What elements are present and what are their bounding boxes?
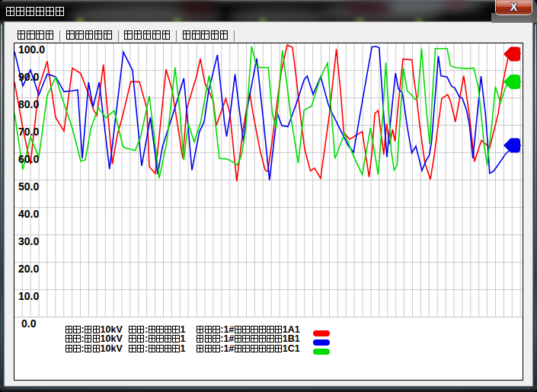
svg-text:60.0: 60.0	[18, 153, 39, 165]
svg-text:50.0: 50.0	[18, 180, 39, 193]
svg-text:90.0: 90.0	[18, 71, 39, 83]
svg-text:100.0: 100.0	[18, 43, 45, 56]
svg-text:70.0: 70.0	[18, 126, 39, 138]
svg-text:40.0: 40.0	[18, 208, 39, 220]
svg-text:10.0: 10.0	[18, 290, 39, 302]
svg-text:80.0: 80.0	[18, 98, 39, 110]
svg-text:20.0: 20.0	[18, 263, 39, 275]
svg-text:30.0: 30.0	[18, 235, 39, 247]
svg-text:0.0: 0.0	[21, 317, 37, 330]
